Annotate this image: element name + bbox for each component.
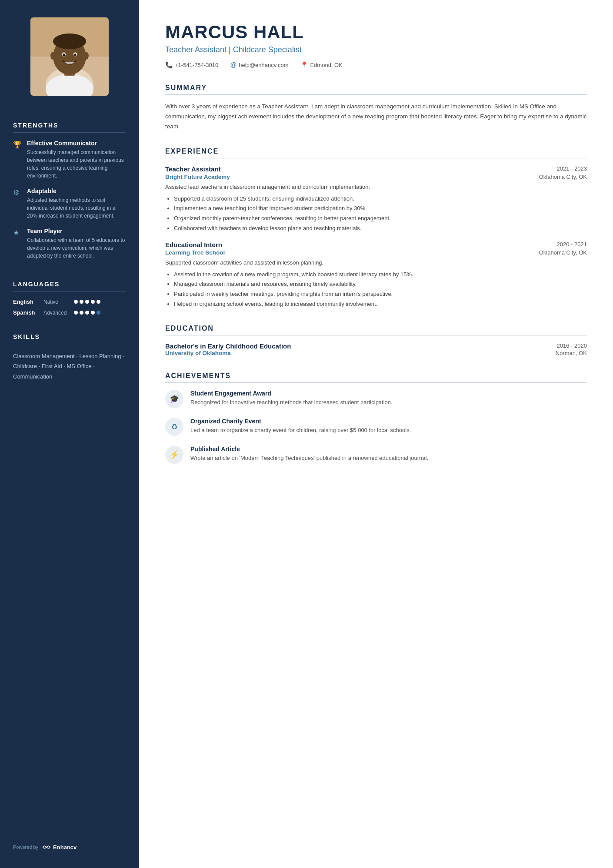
phone-number: +1-541-754-3010 [175, 62, 218, 68]
powered-by-label: Powered by [13, 845, 38, 850]
job-location-1: Oklahoma City, OK [539, 174, 587, 180]
dot [97, 300, 100, 304]
strengths-section: STRENGTHS 🏆 Effective Communicator Succe… [0, 122, 139, 268]
achievement-title-2: Organized Charity Event [190, 418, 411, 425]
summary-section: SUMMARY With over 3 years of experience … [165, 84, 587, 132]
strength-item-3: ★ Team Player Collaborated with a team o… [13, 228, 126, 260]
job-bullets-1: Supported a classroom of 25 students, en… [165, 194, 587, 233]
strengths-title: STRENGTHS [13, 122, 126, 133]
job-dates-1: 2021 - 2023 [557, 165, 587, 172]
dot [74, 311, 78, 315]
summary-text: With over 3 years of experience as a Tea… [165, 102, 587, 132]
strength-item-2: ⚙ Adaptable Adjusted teaching methods to… [13, 188, 126, 220]
experience-title: EXPERIENCE [165, 147, 587, 158]
email-address: help@enhancv.com [239, 62, 288, 68]
svg-point-6 [53, 34, 86, 49]
edu-dates-1: 2016 - 2020 [557, 342, 587, 350]
job-title-2: Educational Intern [165, 241, 222, 248]
dot [80, 311, 83, 315]
dot [91, 311, 95, 315]
bullet-item: Collaborated with teachers to develop le… [174, 224, 587, 233]
achievements-section: ACHIEVEMENTS 🎓 Student Engagement Award … [165, 372, 587, 464]
strength-desc-3: Collaborated with a team of 5 educators … [27, 236, 126, 260]
job-desc-2: Supported classroom activities and assis… [165, 258, 587, 268]
gear-icon: ⚙ [13, 188, 23, 197]
sidebar-footer: Powered by Enhancv [0, 835, 139, 851]
job-location-2: Oklahoma City, OK [539, 249, 587, 256]
achievement-1: 🎓 Student Engagement Award Recognized fo… [165, 390, 587, 408]
achievement-icon-1: 🎓 [165, 390, 183, 408]
bullet-item: Managed classroom materials and resource… [174, 280, 587, 289]
language-english: English Native [13, 298, 126, 305]
summary-title: SUMMARY [165, 84, 587, 95]
dot [80, 300, 83, 304]
strength-title-3: Team Player [27, 228, 126, 235]
job-title-1: Teacher Assistant [165, 165, 221, 173]
dot [91, 300, 95, 304]
brand-logo: Enhancv [42, 844, 77, 851]
trophy-icon: 🏆 [13, 141, 23, 149]
edu-school-1: University of Oklahoma [165, 350, 231, 356]
job-2: Educational Intern 2020 - 2021 Learning … [165, 241, 587, 309]
achievement-title-1: Student Engagement Award [190, 390, 393, 397]
avatar [30, 17, 109, 96]
contact-location: 📍 Edmond, OK [300, 61, 342, 68]
edu-location-1: Norman, OK [556, 350, 587, 356]
bullet-item: Organized monthly parent-teacher confere… [174, 214, 587, 223]
sidebar: STRENGTHS 🏆 Effective Communicator Succe… [0, 0, 139, 868]
achievement-desc-3: Wrote an article on 'Modern Teaching Tec… [190, 454, 428, 462]
svg-point-11 [50, 52, 56, 60]
lang-name-spanish: Spanish [13, 309, 43, 316]
achievement-desc-2: Led a team to organize a charity event f… [190, 426, 411, 435]
star-icon: ★ [13, 228, 23, 237]
candidate-name: MARCUS HALL [165, 22, 587, 43]
achievement-desc-1: Recognized for innovative teaching metho… [190, 398, 393, 407]
bullet-item: Implemented a new teaching tool that imp… [174, 204, 587, 213]
dot [97, 311, 100, 315]
education-title: EDUCATION [165, 325, 587, 335]
svg-point-10 [74, 54, 77, 56]
dot [85, 311, 89, 315]
lang-level-spanish: Advanced [43, 310, 74, 316]
lang-dots-spanish [74, 311, 100, 315]
svg-point-12 [83, 52, 89, 60]
contact-phone: 📞 +1-541-754-3010 [165, 61, 218, 68]
contact-email: @ help@enhancv.com [230, 61, 288, 68]
lang-dots-english [74, 300, 100, 304]
dot [74, 300, 78, 304]
contact-info: 📞 +1-541-754-3010 @ help@enhancv.com 📍 E… [165, 61, 587, 68]
lang-name-english: English [13, 298, 43, 305]
achievement-icon-3: ⚡ [165, 446, 183, 464]
skills-title: SKILLS [13, 333, 126, 344]
achievement-3: ⚡ Published Article Wrote an article on … [165, 446, 587, 464]
main-content: MARCUS HALL Teacher Assistant | Childcar… [139, 0, 613, 868]
strength-title-2: Adaptable [27, 188, 126, 194]
strength-desc-1: Successfully managed communication betwe… [27, 148, 126, 180]
phone-icon: 📞 [165, 61, 173, 68]
job-company-2: Learning Tree School [165, 249, 225, 256]
resume-header: MARCUS HALL Teacher Assistant | Childcar… [165, 22, 587, 68]
job-desc-1: Assisted lead teachers in classroom mana… [165, 183, 587, 192]
job-company-1: Bright Future Academy [165, 174, 230, 180]
strength-title-1: Effective Communicator [27, 140, 126, 147]
achievement-icon-2: ♻ [165, 418, 183, 436]
edu-entry-1: Bachelor's in Early Childhood Education … [165, 342, 587, 356]
education-section: EDUCATION Bachelor's in Early Childhood … [165, 325, 587, 356]
languages-section: LANGUAGES English Native Spanish Advance… [0, 281, 139, 320]
bullet-item: Participated in weekly teacher meetings,… [174, 290, 587, 299]
languages-title: LANGUAGES [13, 281, 126, 292]
job-dates-2: 2020 - 2021 [557, 241, 587, 248]
job-bullets-2: Assisted in the creation of a new readin… [165, 270, 587, 309]
strength-desc-2: Adjusted teaching methods to suit indivi… [27, 196, 126, 220]
bullet-item: Helped in organizing school events, lead… [174, 300, 587, 309]
skills-text: Classroom Management · Lesson Planning ·… [13, 351, 126, 382]
edu-degree-1: Bachelor's in Early Childhood Education [165, 342, 291, 350]
achievement-2: ♻ Organized Charity Event Led a team to … [165, 418, 587, 436]
bullet-item: Assisted in the creation of a new readin… [174, 270, 587, 279]
strength-item-1: 🏆 Effective Communicator Successfully ma… [13, 140, 126, 180]
skills-section: SKILLS Classroom Management · Lesson Pla… [0, 333, 139, 382]
lang-level-english: Native [43, 299, 74, 305]
svg-point-9 [63, 54, 65, 56]
dot [85, 300, 89, 304]
email-icon: @ [230, 61, 237, 68]
